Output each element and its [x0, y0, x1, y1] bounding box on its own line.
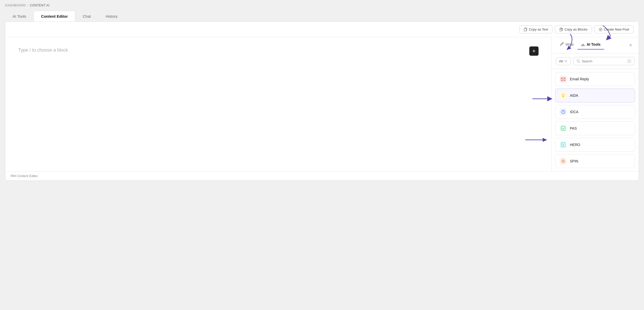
svg-text:T: T [562, 143, 564, 147]
sidebar-close-button[interactable]: × [627, 42, 634, 49]
copy-text-icon [524, 28, 527, 31]
add-block-button[interactable]: + [529, 46, 539, 56]
sidebar-filter: All / [552, 53, 639, 69]
tab-content-editor[interactable]: Content Editor [34, 11, 75, 22]
breadcrumb-home[interactable]: DASHBOARD [5, 4, 26, 7]
editor-area[interactable]: Type / to choose a block + [5, 37, 551, 171]
svg-line-33 [564, 162, 565, 163]
tab-history[interactable]: History [98, 11, 125, 22]
search-icon [577, 59, 580, 63]
tab-ai-tools[interactable]: AI Tools [5, 11, 34, 22]
editor-body: Type / to choose a block + [5, 37, 639, 171]
sidebar-tab-ai-tools[interactable]: AI Tools [577, 41, 604, 50]
tool-item-idca[interactable]: ? IDCA [555, 105, 635, 119]
breadcrumb: DASHBOARD / CONTENT AI [0, 0, 644, 11]
copy-as-text-button[interactable]: Copy as Text [519, 25, 552, 33]
copy-blocks-icon [559, 28, 563, 31]
spin-icon [560, 158, 567, 165]
tool-list: Email Reply AIDA [552, 69, 639, 171]
tool-item-spin[interactable]: SPIN [555, 154, 635, 168]
email-reply-icon [560, 75, 567, 83]
tool-label-aida: AIDA [570, 93, 578, 98]
ai-tools-icon [581, 42, 585, 46]
tab-chat[interactable]: Chat [75, 11, 98, 22]
svg-rect-24 [561, 126, 565, 130]
editor-placeholder: Type / to choose a block [18, 47, 539, 53]
svg-line-18 [562, 97, 563, 97]
copy-as-blocks-button[interactable]: Copy as Blocks [555, 25, 592, 33]
svg-point-27 [562, 160, 564, 162]
tool-item-email-reply[interactable]: Email Reply [555, 72, 635, 86]
svg-rect-1 [524, 28, 526, 31]
tool-label-pas: PAS [570, 126, 577, 130]
editor-toolbar: Copy as Text Copy as Blocks Create New P… [5, 22, 639, 37]
pas-icon [560, 125, 567, 132]
sidebar-tab-write[interactable]: Write [556, 41, 577, 50]
search-input[interactable] [582, 59, 626, 63]
tool-label-hero: HERO [570, 143, 580, 147]
breadcrumb-current: CONTENT AI [30, 4, 50, 7]
tool-label-idca: IDCA [570, 110, 578, 114]
svg-line-15 [579, 62, 580, 63]
svg-line-19 [564, 97, 564, 97]
tool-item-hero[interactable]: T HERO [555, 138, 635, 152]
filter-select[interactable]: All [556, 57, 571, 65]
chevron-down-icon [564, 60, 567, 63]
sidebar-header: Write AI Tools × [552, 37, 639, 53]
svg-rect-10 [581, 45, 584, 46]
svg-line-32 [562, 160, 562, 160]
editor-footer: RM Content Editor [5, 171, 639, 180]
tool-item-pas[interactable]: PAS [555, 121, 635, 135]
svg-line-35 [562, 162, 562, 163]
breadcrumb-separator: / [27, 4, 28, 7]
search-shortcut: / [627, 59, 631, 63]
tool-item-aida[interactable]: AIDA [555, 89, 635, 102]
create-post-icon [599, 28, 602, 31]
create-new-post-button[interactable]: Create New Post [594, 25, 633, 33]
aida-icon [560, 92, 567, 99]
svg-text:?: ? [562, 111, 564, 113]
tab-bar: AI Tools Content Editor Chat History [0, 11, 644, 22]
hero-icon: T [560, 141, 567, 148]
main-container: Copy as Text Copy as Blocks Create New P… [5, 22, 639, 181]
editor-footer-label: RM Content Editor [11, 174, 38, 178]
svg-line-34 [564, 160, 565, 160]
search-box[interactable]: / [573, 57, 635, 65]
sidebar: Write AI Tools × All [551, 37, 639, 171]
idca-icon: ? [560, 108, 567, 115]
tool-label-email-reply: Email Reply [570, 77, 589, 81]
tool-label-spin: SPIN [570, 159, 578, 163]
write-icon [560, 42, 564, 46]
